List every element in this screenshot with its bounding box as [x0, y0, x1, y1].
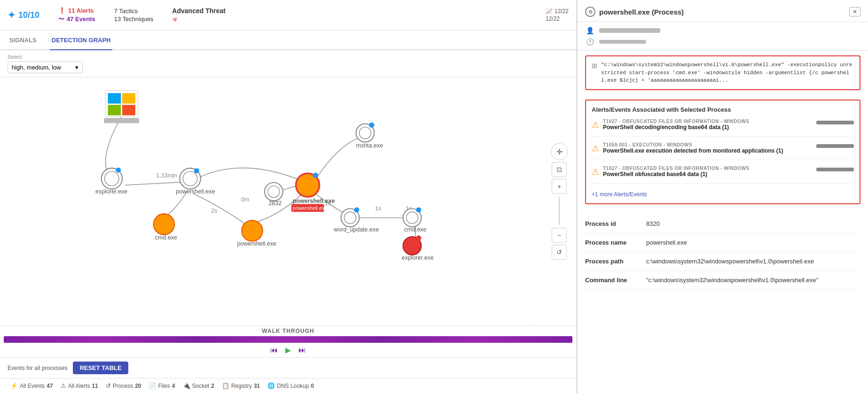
alerts-section: ❗ 11 Alerts 〜 47 Events	[58, 7, 95, 23]
user-bar	[599, 28, 660, 33]
event-tab-all-events[interactable]: ⚡ All Events 47	[8, 381, 56, 390]
fit-control[interactable]: ⊡	[552, 162, 567, 177]
warning-icon-1: ⚠	[592, 143, 599, 154]
fast-forward-button[interactable]: ⏭	[298, 346, 306, 354]
events-line[interactable]: 〜 47 Events	[58, 15, 95, 23]
threat-label: Advanced Threat	[172, 7, 226, 15]
svg-rect-14	[104, 118, 139, 123]
process-name-val: powershell.exe	[646, 239, 687, 246]
graph-area[interactable]: 1.33min 0m 2s 1s 1s 1s explorer.exe	[0, 77, 576, 325]
date1: 12/22	[555, 8, 569, 15]
graph-svg: 1.33min 0m 2s 1s 1s 1s explorer.exe	[0, 77, 576, 325]
reset-table-button[interactable]: RESET TABLE	[73, 362, 128, 374]
info-row-time: 🕐	[585, 38, 860, 46]
alert-meta-bar-2	[816, 168, 854, 171]
bottom-label: Events for all processes	[8, 365, 67, 371]
right-title: ⚙ powershell.exe (Process)	[585, 7, 684, 17]
time-bar	[599, 40, 646, 44]
svg-point-46	[416, 208, 421, 213]
process-count: 20	[135, 383, 141, 389]
process-id-key: Process id	[585, 220, 646, 227]
date-section: 📈 12/22 12/22	[546, 8, 569, 22]
process-name-key: Process name	[585, 239, 646, 246]
svg-text:powershell.exe: powershell.exe	[237, 240, 276, 247]
svg-point-23	[154, 214, 174, 234]
score-value: 10/10	[18, 10, 39, 20]
score-section: ✦ 10/10	[8, 9, 39, 21]
more-alerts-link[interactable]: +1 more Alerts/Events	[592, 191, 647, 198]
events-count: 47 Events	[67, 15, 95, 23]
playback-controls: ⏮ ▶ ⏭	[0, 343, 576, 357]
svg-point-35	[369, 123, 374, 128]
zoom-in-control[interactable]: +	[552, 179, 567, 194]
timeline-bar[interactable]	[4, 336, 572, 343]
event-tab-all-alerts[interactable]: ⚠ All Alerts 11	[58, 381, 101, 390]
detail-row-command-line: Command line "c:\windows\system32\window…	[585, 271, 860, 290]
all-events-label: All Events	[20, 383, 45, 389]
alerts-box: Alerts/Events Associated with Selected P…	[585, 100, 860, 204]
svg-text:explorer.exe: explorer.exe	[95, 188, 127, 195]
event-tab-files[interactable]: 📄 Files 4	[146, 381, 178, 390]
command-text: "c:\windows\system32\windowspowershell\v…	[601, 61, 854, 85]
svg-text:0m: 0m	[241, 196, 249, 203]
tab-detection-graph[interactable]: DETECTION GRAPH	[50, 31, 113, 50]
socket-count: 2	[211, 383, 214, 389]
close-button[interactable]: ✕	[849, 7, 860, 16]
alerts-count: 11 Alerts	[68, 7, 94, 14]
map-controls: ✛ ⊡ + − ↺	[551, 143, 568, 260]
threat-section: Advanced Threat ☣	[172, 7, 226, 23]
filter-select[interactable]: high, medium, low ▾	[8, 62, 83, 73]
svg-point-22	[194, 168, 199, 173]
registry-count: 31	[254, 383, 260, 389]
alert-item-1[interactable]: ⚠ T1059.001 - EXECUTION - WINDOWS PowerS…	[592, 142, 854, 160]
pan-control[interactable]: ✛	[551, 143, 568, 160]
tactics-section: 7 Tactics 13 Techniques	[114, 8, 154, 23]
events-wave-icon: 〜	[58, 15, 64, 23]
dns-icon: 🌐	[267, 382, 275, 389]
event-tab-dns-lookup[interactable]: 🌐 DNS Lookup 0	[265, 381, 317, 390]
event-tabs-bar: ⚡ All Events 47 ⚠ All Alerts 11 ↺ Proces…	[0, 378, 576, 393]
svg-rect-12	[108, 105, 121, 115]
filter-row: Select high, medium, low ▾	[0, 50, 576, 77]
techniques-count: 13 Techniques	[114, 15, 154, 23]
svg-point-44	[406, 212, 418, 223]
svg-point-20	[183, 171, 197, 186]
detail-row-process-path: Process path c:\windows\system32\windows…	[585, 252, 860, 271]
filter-label: Select	[8, 54, 569, 60]
date2: 12/22	[546, 15, 560, 22]
alert-item-0[interactable]: ⚠ T1027 - OBFUSCATED FILES OR INFORMATIO…	[592, 119, 854, 137]
alert-desc-0: PowerShell decoding/encoding base64 data…	[603, 124, 813, 131]
bottom-bar: Events for all processes RESET TABLE	[0, 357, 576, 378]
alert-content-0: T1027 - OBFUSCATED FILES OR INFORMATION …	[603, 119, 813, 131]
command-line-key: Command line	[585, 277, 646, 284]
detail-row-process-id: Process id 8320	[585, 215, 860, 233]
svg-line-0	[125, 182, 187, 185]
walkthrough-label: WALK THROUGH	[262, 328, 314, 334]
walkthrough-bar: WALK THROUGH	[0, 325, 576, 336]
alerts-line[interactable]: ❗ 11 Alerts	[58, 7, 95, 14]
process-path-key: Process path	[585, 258, 646, 265]
top-bar: ✦ 10/10 ❗ 11 Alerts 〜 47 Events 7 Tactic…	[0, 0, 576, 31]
alert-item-2[interactable]: ⚠ T1027 - OBFUSCATED FILES OR INFORMATIO…	[592, 166, 854, 184]
refresh-control[interactable]: ↺	[552, 245, 567, 260]
graph-icon: 📈	[546, 8, 553, 15]
process-id-val: 8320	[646, 220, 660, 227]
filter-value: high, medium, low	[12, 64, 61, 71]
event-tab-registry[interactable]: 📋 Registry 31	[219, 381, 263, 390]
detail-rows: Process id 8320 Process name powershell.…	[578, 209, 868, 295]
chevron-down-icon: ▾	[75, 64, 78, 71]
right-panel: ⚙ powershell.exe (Process) ✕ 👤 🕐 ⊞ "c:\w…	[577, 0, 868, 393]
event-tab-process[interactable]: ↺ Process 20	[103, 381, 144, 390]
svg-point-33	[359, 127, 371, 139]
all-events-icon: ⚡	[10, 382, 18, 389]
play-button[interactable]: ▶	[285, 346, 291, 354]
svg-point-49	[416, 235, 421, 240]
rewind-button[interactable]: ⏮	[270, 346, 278, 354]
warning-icon-2: ⚠	[592, 167, 599, 177]
zoom-out-control[interactable]: −	[552, 228, 567, 243]
svg-rect-11	[122, 93, 135, 103]
socket-label: Socket	[192, 383, 210, 389]
tab-signals[interactable]: SIGNALS	[8, 31, 39, 50]
event-tab-socket[interactable]: 🔌 Socket 2	[180, 381, 217, 390]
svg-text:explorer.exe: explorer.exe	[402, 254, 434, 261]
